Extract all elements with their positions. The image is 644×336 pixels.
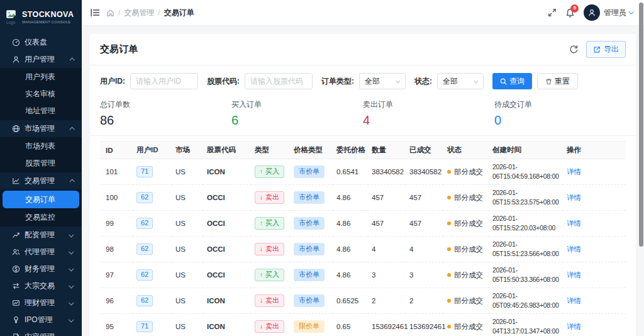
detail-link[interactable]: 详情 — [567, 194, 581, 201]
stat-label: 待成交订单 — [494, 99, 626, 110]
column-header: 用户ID — [133, 142, 172, 159]
page-scrollbar[interactable] — [639, 3, 643, 247]
search-icon — [500, 78, 507, 85]
cell-created: 2026-01-04T13:17:01.347+08:00 — [489, 314, 563, 336]
sidebar-subitem[interactable]: 实名审核 — [0, 86, 82, 103]
broken-image-logo-icon: Logo — [6, 10, 18, 25]
user-id-badge: 62 — [136, 295, 153, 306]
stat-value: 86 — [100, 113, 231, 128]
sidebar-subitem[interactable]: 交易订单 — [3, 191, 79, 208]
user-id-badge: 71 — [136, 166, 153, 177]
sidebar-item-2[interactable]: 市场管理 — [0, 120, 82, 137]
sidebar: Logo STOCKNOVA MANAGEMENT CONSOLE 仪表盘用户管… — [0, 0, 82, 336]
fullscreen-icon[interactable] — [548, 8, 557, 17]
sidebar-item-6[interactable]: 财务管理 — [0, 260, 82, 277]
search-button[interactable]: 查询 — [492, 73, 532, 89]
cell-market: US — [172, 237, 203, 262]
sidebar-item-7[interactable]: 大宗交易 — [0, 277, 82, 294]
cell-created: 2026-01-05T15:53:23.575+08:00 — [489, 185, 563, 211]
price-type-badge: 市价单 — [294, 243, 325, 255]
stat-block: 买入订单6 — [231, 99, 363, 128]
cell-price: 4.86 — [333, 211, 368, 237]
sidebar-item-5[interactable]: 代理管理 — [0, 244, 82, 260]
table-body: 10171USICON↑买入市价单0.65413834058238340582部… — [100, 159, 626, 336]
home-icon[interactable] — [106, 9, 114, 17]
column-header: 股票代码 — [203, 142, 251, 159]
user-id-input[interactable] — [130, 73, 198, 89]
breadcrumb-item-parent[interactable]: 交易管理 — [124, 8, 154, 18]
stat-label: 买入订单 — [231, 99, 363, 110]
cell-price: 4.86 — [333, 185, 368, 211]
user-menu[interactable]: 管理员 — [584, 4, 634, 21]
sidebar-item-10[interactable]: 内容管理 — [0, 328, 82, 336]
cell-status: 部分成交 — [443, 185, 489, 211]
status-dot — [447, 247, 451, 251]
stat-label: 总订单数 — [100, 99, 231, 110]
sidebar-subitem[interactable]: 股票管理 — [0, 155, 82, 172]
notifications-button[interactable]: 5 — [565, 8, 575, 18]
status-select[interactable]: 全部 — [437, 73, 484, 89]
cell-filled: 153692461 — [406, 314, 443, 336]
symbol-input[interactable] — [245, 73, 313, 89]
detail-link[interactable]: 详情 — [567, 168, 581, 176]
cell-symbol: OCCI — [203, 262, 251, 288]
cell-status: 部分成交 — [443, 314, 489, 336]
price-type-badge: 市价单 — [294, 191, 325, 204]
sidebar-item-9[interactable]: IPO管理 — [0, 311, 82, 328]
detail-link[interactable]: 详情 — [567, 323, 581, 330]
sidebar-subitem[interactable]: 用户列表 — [0, 69, 82, 86]
cell-qty: 3 — [368, 262, 406, 288]
collapse-sidebar-icon[interactable] — [91, 8, 100, 17]
table-row: 9962USOCCI↑买入市价单4.86457457部分成交2026-01-05… — [100, 211, 626, 237]
cell-price: 0.6525 — [333, 288, 368, 314]
detail-link[interactable]: 详情 — [567, 220, 581, 227]
sell-badge: ↓卖出 — [255, 294, 284, 307]
sidebar-item-3[interactable]: 交易管理 — [0, 172, 82, 189]
arrow-up-icon: ↑ — [260, 271, 263, 278]
cell-created: 2026-01-05T09:45:26.983+08:00 — [489, 288, 563, 314]
breadcrumb-item-current: 交易订单 — [164, 8, 194, 18]
cell-created: 2026-01-05T15:52:20.03+08:00 — [489, 211, 563, 237]
sidebar-menu: 仪表盘用户管理用户列表实名审核地址管理市场管理市场列表股票管理交易管理交易订单交… — [0, 34, 82, 336]
table-row: 9762USOCCI↑买入市价单4.8633部分成交2026-01-05T15:… — [100, 262, 626, 288]
arrow-up-icon: ↑ — [260, 220, 263, 227]
cell-filled: 3 — [406, 262, 443, 288]
chevron-down-icon — [396, 79, 400, 83]
sidebar-item-4[interactable]: 配资管理 — [0, 227, 82, 244]
table-row: 9662USICON↓卖出市价单0.652522部分成交2026-01-05T0… — [100, 288, 626, 314]
detail-link[interactable]: 详情 — [567, 245, 581, 253]
order-type-select[interactable]: 全部 — [359, 73, 406, 89]
cell-created: 2026-01-06T15:04:59.168+08:00 — [489, 159, 563, 185]
refresh-icon[interactable] — [569, 45, 579, 54]
price-type-badge: 市价单 — [294, 269, 325, 281]
arrow-down-icon: ↓ — [260, 323, 263, 330]
export-label: 导出 — [604, 44, 619, 55]
user-id-badge: 62 — [136, 218, 153, 229]
sidebar-item-0[interactable]: 仪表盘 — [0, 34, 82, 51]
detail-link[interactable]: 详情 — [567, 297, 581, 305]
app-window: Logo STOCKNOVA MANAGEMENT CONSOLE 仪表盘用户管… — [0, 0, 644, 336]
chevron-down-icon — [628, 9, 633, 14]
cell-id: 100 — [100, 185, 133, 211]
stats-row: 总订单数86买入订单6卖出订单4待成交订单0 — [90, 96, 636, 136]
cell-id: 96 — [100, 288, 133, 314]
cell-filled: 457 — [406, 185, 443, 211]
topbar: / 交易管理 / 交易订单 5 — [82, 0, 644, 25]
cell-symbol: OCCI — [203, 237, 251, 262]
sidebar-subitem[interactable]: 交易监控 — [0, 209, 82, 226]
export-button[interactable]: 导出 — [586, 41, 626, 58]
sidebar-item-1[interactable]: 用户管理 — [0, 51, 82, 68]
column-header: 数量 — [368, 142, 406, 159]
table-row: 10171USICON↑买入市价单0.65413834058238340582部… — [100, 159, 626, 185]
detail-link[interactable]: 详情 — [567, 271, 581, 279]
broken-image-glyph — [6, 10, 18, 20]
stat-value: 0 — [494, 113, 626, 128]
stat-block: 待成交订单0 — [494, 99, 626, 128]
sidebar-subitem[interactable]: 地址管理 — [0, 103, 82, 120]
status-label: 状态: — [414, 76, 432, 87]
sidebar-item-8[interactable]: 理财管理 — [0, 294, 82, 311]
globe-icon — [11, 125, 20, 133]
avatar — [584, 4, 600, 21]
sidebar-subitem[interactable]: 市场列表 — [0, 138, 82, 155]
reset-button[interactable]: 重置 — [537, 73, 578, 89]
